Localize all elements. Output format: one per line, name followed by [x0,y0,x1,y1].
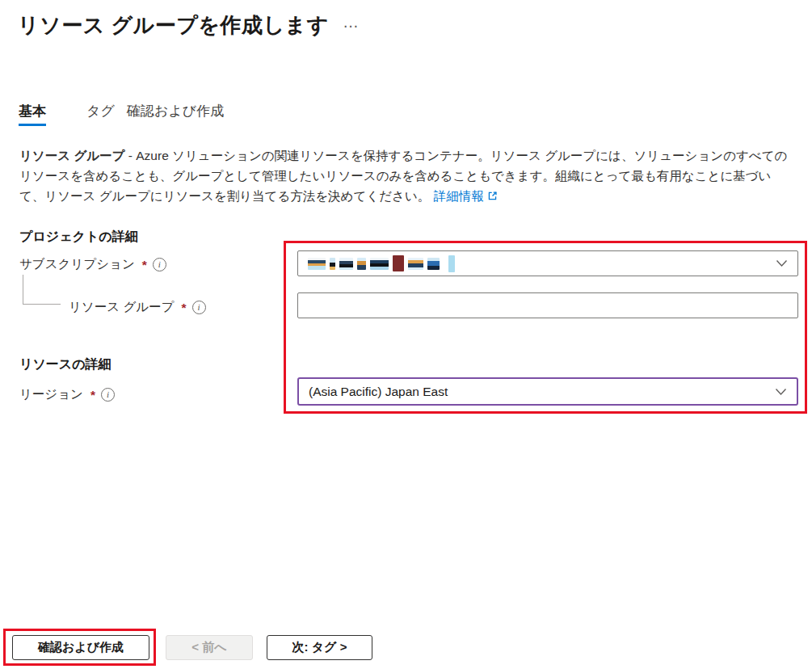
region-dropdown[interactable]: (Asia Pacific) Japan East [297,377,798,406]
resource-group-required-asterisk: * [182,301,187,315]
subscription-dropdown[interactable] [297,250,798,276]
page-title: リソース グループを作成します [18,11,329,40]
tab-tags[interactable]: タグ [86,102,115,126]
region-label-row: リージョン* i [19,386,115,403]
resource-group-input-wrap [297,292,798,318]
resource-group-label-row: リソース グループ* i [69,299,206,316]
description-body: - Azure ソリューションの関連リソースを保持するコンテナー。リソース グル… [19,149,787,203]
description-lead: リソース グループ [19,149,125,162]
tab-basics-label: 基本 [19,103,46,119]
tree-connector-line [23,275,61,305]
page-description: リソース グループ - Azure ソリューションの関連リソースを保持するコンテ… [19,145,793,207]
chevron-down-icon [776,256,788,271]
external-link-icon [487,187,498,207]
region-required-asterisk: * [90,388,95,402]
learn-more-link[interactable]: 詳細情報 [434,189,484,203]
previous-button: < 前へ [166,635,253,660]
subscription-required-asterisk: * [142,258,147,272]
tab-review-and-create[interactable]: 確認および作成 [127,102,224,126]
resource-group-info-icon[interactable]: i [192,301,206,314]
subscription-label: サブスクリプション [19,256,135,273]
tab-basics[interactable]: 基本 [19,102,46,126]
tab-tags-label: タグ [86,103,115,119]
review-and-create-button[interactable]: 確認および作成 [12,635,149,660]
resource-group-label: リソース グループ [69,299,175,316]
more-options-icon[interactable]: … [343,13,360,32]
chevron-down-icon [775,385,787,399]
section-title-project-details: プロジェクトの詳細 [19,229,138,246]
region-label: リージョン [19,386,83,403]
tab-review-and-create-label: 確認および作成 [127,103,224,119]
create-resource-group-page: リソース グループを作成します … 基本 タグ 確認および作成 リソース グルー… [0,0,812,669]
region-value: (Asia Pacific) Japan East [309,385,448,399]
next-tags-button[interactable]: 次: タグ > [267,635,372,660]
resource-group-input[interactable] [308,293,788,318]
section-title-resource-details: リソースの詳細 [19,356,111,373]
subscription-info-icon[interactable]: i [153,258,166,271]
subscription-label-row: サブスクリプション* i [19,256,166,273]
region-info-icon[interactable]: i [101,388,115,402]
redacted-subscription-value [308,256,455,271]
